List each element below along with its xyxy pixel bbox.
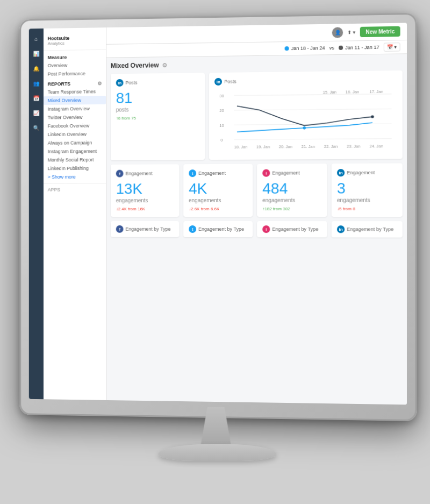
new-metric-button[interactable]: New Metric	[360, 26, 400, 37]
svg-text:18. Jan: 18. Jan	[234, 145, 248, 150]
engagement-by-type-row: f Engagement by Type t Engagement by Typ…	[111, 221, 403, 238]
ig-type-icon: i	[262, 225, 270, 233]
tw-platform-icon: t	[189, 169, 196, 177]
show-more-link[interactable]: > Show more	[44, 173, 106, 181]
sidebar-icon-search[interactable]: 🔍	[31, 122, 42, 134]
nav-item-monthly-social[interactable]: Monthly Social Report	[44, 155, 106, 164]
app-layout: ⌂ 📊 🔔 👥 📅 📈 🔍 Hootsuite Analytics Measur…	[29, 23, 407, 404]
svg-text:23. Jan: 23. Jan	[347, 144, 361, 148]
posts-change: ↑6 from 75	[116, 115, 200, 120]
svg-text:20. Jan: 20. Jan	[279, 144, 292, 149]
fb-engagement-type-card: f Engagement by Type	[111, 221, 179, 237]
logo-subtitle: Analytics	[48, 40, 102, 46]
nav-item-linkedin-publishing[interactable]: LinkedIn Publishing	[44, 164, 106, 173]
posts-line-chart: 30 20 10 0 18. Jan 19. Jan 20. Jan 21.	[214, 88, 397, 154]
svg-text:15. Jan: 15. Jan	[323, 89, 336, 94]
posts-card-label: Posts	[125, 80, 137, 86]
sidebar-icon-home[interactable]: ⌂	[31, 33, 42, 45]
nav-item-post-performance[interactable]: Post Performance	[44, 69, 106, 78]
li-card-header: in Engagement	[337, 169, 397, 177]
ig-engagement-type-card: i Engagement by Type	[257, 221, 327, 237]
tw-metric-change: ↓2.6K from 6.6K	[189, 207, 247, 211]
fb-card-header: f Engagement	[116, 169, 174, 177]
sidebar-icon-calendar[interactable]: 📅	[31, 92, 42, 104]
tw-metric-unit: engagements	[189, 197, 247, 203]
monitor-screen: ⌂ 📊 🔔 👥 📅 📈 🔍 Hootsuite Analytics Measur…	[29, 23, 407, 404]
primary-date-range: Jan 18 - Jan 24	[284, 45, 325, 51]
sidebar-icon-chart[interactable]: 📊	[31, 47, 42, 59]
sidebar-icon-users[interactable]: 👥	[31, 77, 42, 89]
chart-area: 30 20 10 0 18. Jan 19. Jan 20. Jan 21.	[214, 88, 397, 154]
linkedin-engagement-card: in Engagement 3 engagements ↓5 from 8	[332, 163, 403, 216]
dashboard-settings-icon[interactable]: ⚙	[162, 62, 167, 69]
svg-point-19	[371, 115, 374, 118]
vs-label: vs	[329, 45, 334, 51]
hootsuite-logo: Hootsuite Analytics	[44, 32, 106, 51]
nav-item-always-on[interactable]: Always on Campaign	[44, 138, 106, 147]
instagram-engagement-card: i Engagement 484 engagements ↑182 from 3…	[257, 164, 327, 217]
chart-card-label: Posts	[224, 79, 236, 84]
nav-section-measure: Measure	[44, 52, 106, 61]
li-engagement-type-card: in Engagement by Type	[332, 221, 403, 238]
svg-text:10: 10	[219, 123, 224, 128]
fb-metric-value: 13K	[116, 181, 174, 196]
nav-item-mixed-overview[interactable]: Mixed Overview	[44, 96, 106, 105]
reports-settings-icon[interactable]: ⚙	[97, 81, 102, 86]
engagement-row: f Engagement 13K engagements ↓2.4K from …	[111, 163, 403, 217]
li-metric-value: 3	[337, 181, 397, 196]
li-metric-change: ↓5 from 8	[337, 207, 397, 211]
nav-item-team-response[interactable]: Team Response Times	[44, 87, 106, 96]
svg-text:0: 0	[221, 138, 223, 143]
sidebar-icon-analytics[interactable]: 📈	[31, 107, 42, 119]
svg-text:20: 20	[219, 108, 224, 113]
date-picker-button[interactable]: 📅▾	[384, 42, 400, 52]
apps-section: APPS	[44, 183, 106, 196]
chart-platform-icon: in	[214, 78, 222, 86]
svg-line-3	[234, 139, 392, 140]
fb-type-label: Engagement by Type	[125, 226, 170, 232]
ig-type-label: Engagement by Type	[272, 226, 318, 232]
nav-item-facebook-overview[interactable]: Facebook Overview	[44, 122, 106, 131]
li-type-label: Engagement by Type	[347, 226, 393, 232]
monitor-wrapper: ⌂ 📊 🔔 👥 📅 📈 🔍 Hootsuite Analytics Measur…	[0, 0, 430, 504]
fb-card-label: Engagement	[125, 171, 152, 176]
nav-item-twitter-overview[interactable]: Twitter Overview	[44, 113, 106, 122]
dashboard-area: Mixed Overview ⚙ in Posts 81	[106, 54, 407, 404]
upload-button[interactable]: ⬆▾	[347, 30, 355, 35]
tw-type-icon: t	[189, 225, 196, 233]
top-metrics-row: in Posts 81 posts ↑6 from 75	[111, 70, 403, 160]
secondary-date-range: Jan 11 - Jan 17	[339, 45, 379, 51]
apps-label: APPS	[48, 187, 60, 193]
ig-card-label: Engagement	[272, 170, 300, 175]
primary-date-dot	[284, 46, 289, 51]
posts-change-arrow: ↑6	[116, 116, 120, 120]
nav-item-linkedin-overview[interactable]: LinkedIn Overview	[44, 130, 106, 139]
posts-unit: posts	[116, 106, 200, 112]
sidebar-icon-bell[interactable]: 🔔	[31, 62, 42, 74]
tw-metric-value: 4K	[189, 181, 247, 196]
chart-card: in Posts	[209, 70, 402, 160]
icon-sidebar: ⌂ 📊 🔔 👥 📅 📈 🔍	[29, 29, 44, 399]
dashboard-header: Mixed Overview ⚙	[111, 59, 403, 70]
posts-platform-icon: in	[116, 79, 124, 87]
nav-item-overview[interactable]: Overview	[44, 61, 106, 70]
li-type-icon: in	[337, 225, 345, 233]
user-avatar[interactable]: 👤	[332, 27, 343, 38]
svg-text:16. Jan: 16. Jan	[346, 89, 360, 94]
nav-item-instagram-engagement[interactable]: Instagram Engagement	[44, 147, 106, 155]
svg-text:21. Jan: 21. Jan	[302, 144, 315, 149]
facebook-engagement-card: f Engagement 13K engagements ↓2.4K from …	[111, 164, 179, 217]
fb-type-icon: f	[116, 225, 124, 233]
svg-text:30: 30	[219, 94, 224, 98]
dashboard-title: Mixed Overview	[111, 61, 159, 69]
tw-engagement-type-card: t Engagement by Type	[183, 221, 253, 237]
posts-change-from: from 75	[121, 116, 136, 120]
ig-metric-change: ↑182 from 302	[262, 207, 321, 211]
nav-item-instagram-overview[interactable]: Instagram Overview	[44, 104, 106, 113]
sidebar-nav: Hootsuite Analytics Measure Overview Pos…	[44, 27, 106, 400]
ig-metric-value: 484	[262, 181, 321, 196]
posts-value: 81	[116, 90, 200, 105]
posts-card-header: in Posts	[116, 78, 200, 87]
svg-point-18	[303, 126, 306, 130]
monitor-base	[158, 444, 276, 461]
